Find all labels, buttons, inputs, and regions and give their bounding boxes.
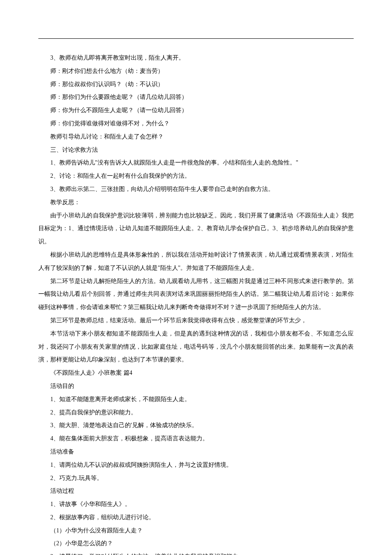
paragraph: 3、情景练习。学习对付陌生人的方法，培养幼儿的自我保护意识和能力。 (38, 550, 354, 555)
paragraph: （2）小华是怎么说的？ (38, 537, 354, 550)
paragraph: 3、能大胆、清楚地表达自己的'见解，体验成功的快乐。 (38, 419, 354, 432)
paragraph: 2、根据故事内容，组织幼儿进行讨论。 (38, 511, 354, 524)
paragraph: 4、能在集体面前大胆发言，积极想象，提高语言表达能力。 (38, 432, 354, 445)
paragraph: 第二环节是让幼儿解拒绝陌生人的方法。幼儿观看幼儿用书，这三幅图片我是通过三种不同… (38, 275, 354, 314)
paragraph: 活动过程 (38, 485, 354, 498)
paragraph: 教学反思： (38, 196, 354, 209)
paragraph: 师：你们觉得谁做得对谁做得不对，为什么？ (38, 117, 354, 130)
paragraph: 师：刚才你们想去什么地方（幼：麦当劳） (38, 65, 354, 78)
paragraph: 活动目的 (38, 380, 354, 393)
paragraph: 活动准备 (38, 445, 354, 459)
paragraph: 第三环节是教师总结，结束活动。最后一个环节后来我觉得收得有点快，感觉整堂课的环节… (38, 314, 354, 327)
paragraph: 1、请两位幼儿不认识的叔叔或阿姨扮演陌生人，并与之设置好情境。 (38, 459, 354, 472)
paragraph: 师：你为什么不跟陌生人走呢？（请一位幼儿回答） (38, 104, 354, 117)
paragraph: 1、讲故事《小华和陌生人》。 (38, 498, 354, 511)
top-divider (38, 38, 354, 39)
paragraph: 3、教师在幼儿即将离开教室时出现，陌生人离开。 (38, 52, 354, 65)
paragraph: 师：那位叔叔你们认识吗？（幼：不认识） (38, 78, 354, 91)
paragraph: 根据小班幼儿的思维特点是具体形象性的，所以我在活动开始时设计了情景表演，幼儿通过… (38, 249, 354, 275)
paragraph: （1）小华为什么没有跟陌生人走？ (38, 524, 354, 538)
paragraph: 三、讨论求救方法 (38, 144, 354, 157)
paragraph: 教师引导幼儿讨论：和陌生人走了会怎样？ (38, 130, 354, 144)
paragraph: 2、提高自我保护的意识和能力。 (38, 406, 354, 419)
paragraph: 《不跟陌生人走》小班教案 篇4 (38, 367, 354, 380)
paragraph: 本节活动下来小朋友都知道不能跟陌生人走，但是真的遇到这种情况的话，我相信小朋友都… (38, 327, 354, 367)
paragraph: 师：那你们为什么要跟他走呢？（请几位幼儿回答） (38, 91, 354, 104)
paragraph: 1、知道不能随意离开老师或家长，不能跟陌生人走。 (38, 393, 354, 406)
paragraph: 1、教师告诉幼儿"没有告诉大人就跟陌生人走是一件很危险的事。小结和陌生人走的.危… (38, 156, 354, 170)
document-body: 3、教师在幼儿即将离开教室时出现，陌生人离开。 师：刚才你们想去什么地方（幼：麦… (38, 52, 354, 555)
paragraph: 3、教师出示第二、三张挂图，向幼儿介绍明明在陌牛生人要带自己走时的自救方法。 (38, 183, 354, 196)
paragraph: 2、巧克力.玩具等。 (38, 472, 354, 485)
paragraph: 由于小班幼儿的自我保护意识比较薄弱，辨别能力也比较缺乏。因此，我们开展了健康活动… (38, 209, 354, 249)
paragraph: 2、讨论：和陌生人在一起时有什么自我保护的方法。 (38, 170, 354, 183)
